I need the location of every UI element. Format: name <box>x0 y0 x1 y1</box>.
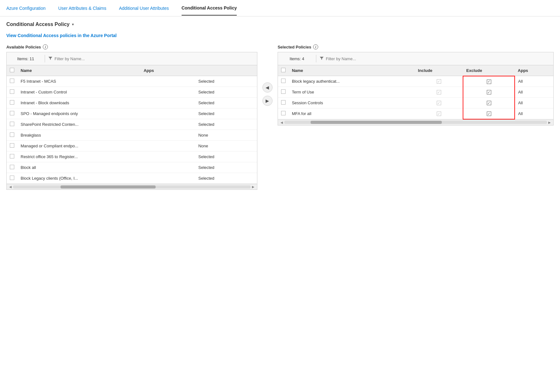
selected-row-checkbox-0[interactable] <box>281 79 286 83</box>
available-filter-area <box>48 56 254 61</box>
available-row-apps: Selected <box>195 119 257 130</box>
available-row-checkbox-8[interactable] <box>10 165 14 169</box>
selected-policies-header: Selected Policies i <box>278 44 554 49</box>
selected-exclude-checkbox-1[interactable] <box>487 90 491 94</box>
available-row-checkbox-9[interactable] <box>10 176 14 180</box>
available-policies-toolbar: Items: 11 <box>7 52 257 65</box>
available-row-apps: Selected <box>195 173 257 184</box>
tab-conditional-access[interactable]: Conditional Access Policy <box>182 1 237 16</box>
available-row-checkbox-cell <box>7 162 17 173</box>
transfer-left-button[interactable]: ◀ <box>262 82 273 93</box>
available-select-all-checkbox[interactable] <box>10 68 14 72</box>
selected-row-checkbox-cell <box>278 98 289 108</box>
selected-table-row: Session Controls ✓ All <box>278 98 553 108</box>
page-header: Conditional Access Policy ▾ <box>0 16 560 30</box>
available-items-count: Items: 11 <box>10 56 42 61</box>
selected-exclude-checkbox-0[interactable] <box>487 80 491 84</box>
available-policies-header: Available Policies i <box>6 44 257 49</box>
selected-row-checkbox-3[interactable] <box>281 111 286 115</box>
selected-row-apps: All <box>515 76 553 87</box>
selected-row-apps: All <box>515 98 553 108</box>
available-row-apps: Selected <box>195 162 257 173</box>
selected-scroll-left[interactable]: ◀ <box>279 120 284 125</box>
selected-table-header-row: Name Include Exclude Apps <box>278 65 553 76</box>
selected-filter-area <box>319 56 550 61</box>
selected-policies-label: Selected Policies <box>278 45 311 49</box>
tab-azure-config[interactable]: Azure Configuration <box>6 1 46 15</box>
available-row-name: Block Legacy clients (Office, I... <box>17 173 195 184</box>
azure-portal-link[interactable]: View Conditional Access policies in the … <box>6 33 117 38</box>
available-policies-panel: Available Policies i Items: 11 <box>6 44 257 190</box>
available-row-checkbox-6[interactable] <box>10 143 14 148</box>
available-policies-data-table: F5 Intranet - MCAS Selected Intranet - C… <box>7 76 257 184</box>
selected-include-checkbox-3[interactable]: ✓ <box>437 112 441 116</box>
available-row-checkbox-0[interactable] <box>10 79 14 83</box>
selected-include-checkbox-1[interactable]: ✓ <box>437 90 441 94</box>
tab-additional-user-attributes[interactable]: Additional User Attributes <box>119 1 169 15</box>
available-scrollbar-thumb <box>61 185 156 189</box>
selected-select-all-checkbox[interactable] <box>281 68 286 72</box>
available-row-checkbox-cell <box>7 87 17 98</box>
available-row-checkbox-4[interactable] <box>10 122 14 126</box>
available-row-apps: Selected <box>195 98 257 108</box>
selected-policies-table: Name Include Exclude Apps Block legacy a… <box>278 65 553 119</box>
page-title-dropdown[interactable]: ▾ <box>72 22 74 27</box>
selected-table-row: MFA for all ✓ All <box>278 108 553 119</box>
selected-row-checkbox-1[interactable] <box>281 89 286 94</box>
available-policies-info-icon[interactable]: i <box>43 44 48 49</box>
available-filter-input[interactable] <box>55 56 254 61</box>
available-row-name: Managed or Compliant endpo... <box>17 141 195 151</box>
available-table-body: F5 Intranet - MCAS Selected Intranet - C… <box>7 76 257 184</box>
selected-scrollbar[interactable]: ◀ ▶ <box>278 119 553 125</box>
content-area: View Conditional Access policies in the … <box>0 30 560 196</box>
available-row-checkbox-cell <box>7 119 17 130</box>
available-row-checkbox-cell <box>7 76 17 87</box>
available-row-checkbox-cell <box>7 141 17 151</box>
selected-scrollbar-track <box>284 121 547 124</box>
selected-filter-input[interactable] <box>326 56 550 61</box>
selected-row-checkbox-cell <box>278 87 289 98</box>
available-row-checkbox-1[interactable] <box>10 89 14 94</box>
selected-include-checkbox-0[interactable]: ✓ <box>437 79 441 84</box>
available-scrollbar-track <box>13 185 251 189</box>
available-row-apps: Selected <box>195 76 257 87</box>
available-row-checkbox-3[interactable] <box>10 111 14 115</box>
selected-row-name: Session Controls <box>289 98 415 108</box>
available-table-row: Intranet - Block downloads Selected <box>7 98 257 108</box>
selected-exclude-header: Exclude <box>463 65 515 76</box>
available-row-checkbox-2[interactable] <box>10 100 14 105</box>
tab-user-attributes[interactable]: User Attributes & Claims <box>58 1 106 15</box>
selected-exclude-checkbox-3[interactable] <box>487 112 491 116</box>
available-table-row: Intranet - Custom Control Selected <box>7 87 257 98</box>
available-row-name: Intranet - Custom Control <box>17 87 195 98</box>
available-scrollbar[interactable]: ◀ ▶ <box>7 184 257 190</box>
available-scroll-right[interactable]: ▶ <box>251 184 256 189</box>
selected-table-row: Term of Use ✓ All <box>278 87 553 98</box>
available-row-name: Restrict office 365 to Register... <box>17 151 195 162</box>
available-row-checkbox-5[interactable] <box>10 132 14 137</box>
available-table-header-row: Name Apps <box>7 65 257 76</box>
available-row-checkbox-7[interactable] <box>10 154 14 158</box>
selected-row-exclude <box>463 108 515 119</box>
selected-row-name: MFA for all <box>289 108 415 119</box>
selected-row-checkbox-2[interactable] <box>281 100 286 105</box>
selected-row-apps: All <box>515 108 553 119</box>
selected-items-count: Items: 4 <box>281 56 313 61</box>
available-row-checkbox-cell <box>7 130 17 141</box>
transfer-right-button[interactable]: ▶ <box>262 96 273 106</box>
selected-scroll-right[interactable]: ▶ <box>547 120 552 125</box>
available-table-row: Block Legacy clients (Office, I... Selec… <box>7 173 257 184</box>
selected-include-checkbox-2[interactable]: ✓ <box>437 101 441 105</box>
selected-row-include: ✓ <box>415 98 463 108</box>
available-policies-table: Name Apps <box>7 65 257 76</box>
panels-container: Available Policies i Items: 11 <box>6 44 554 190</box>
selected-row-exclude <box>463 98 515 108</box>
selected-policies-info-icon[interactable]: i <box>313 44 318 49</box>
available-table-row: Breakglass None <box>7 130 257 141</box>
page-title: Conditional Access Policy <box>6 22 69 27</box>
selected-row-include: ✓ <box>415 76 463 87</box>
available-row-apps: None <box>195 130 257 141</box>
selected-select-all-header <box>278 65 289 76</box>
available-scroll-left[interactable]: ◀ <box>8 184 13 189</box>
selected-exclude-checkbox-2[interactable] <box>487 101 491 105</box>
